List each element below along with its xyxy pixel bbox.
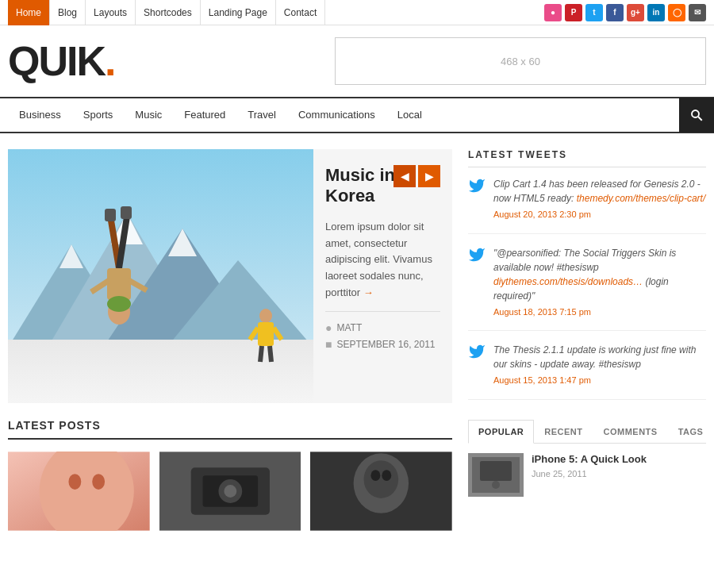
search-icon (689, 108, 704, 122)
nav-sports[interactable]: Sports (72, 98, 125, 133)
nav-shortcodes[interactable]: Shortcodes (136, 0, 201, 25)
main-navigation: Business Sports Music Featured Travel Co… (0, 98, 714, 133)
author-name: MATT (336, 322, 362, 333)
latest-tweets-title: LATEST TWEETS (468, 149, 706, 167)
svg-rect-14 (121, 206, 132, 219)
popular-item-1: iPhone 5: A Quick Look June 25, 2011 (468, 453, 706, 497)
tweet-1-content: Clip Cart 1.4 has been released for Gene… (493, 177, 706, 221)
post-thumb-2[interactable] (159, 452, 301, 533)
tab-tags[interactable]: TAGS (668, 420, 714, 444)
post-thumb-img-3 (310, 452, 452, 531)
content-area: ◀ ▶ Music in Korea Lorem ipsum dolor sit… (0, 133, 714, 549)
nav-landing-page[interactable]: Landing Page (201, 0, 276, 25)
svg-line-1 (698, 117, 702, 121)
tweet-2-date: August 18, 2013 7:15 pm (493, 306, 706, 319)
nav-layouts[interactable]: Layouts (86, 0, 136, 25)
prev-arrow[interactable]: ◀ (393, 165, 416, 187)
svg-point-20 (259, 309, 272, 323)
email-icon[interactable]: ✉ (689, 4, 706, 21)
svg-point-0 (692, 110, 699, 117)
tweet-1-date: August 20, 2013 2:30 pm (493, 208, 706, 221)
logo-dot: . (105, 37, 116, 85)
tweet-2-content: "@pearsonified: The Social Triggers Skin… (493, 246, 706, 319)
facebook-icon[interactable]: f (606, 4, 624, 21)
post-date: SEPTEMBER 16, 2011 (336, 339, 435, 350)
tweet-1: Clip Cart 1.4 has been released for Gene… (468, 177, 706, 234)
tweet-3-text: The Thesis 2.1.1 update is working just … (493, 344, 706, 387)
search-button[interactable] (679, 98, 714, 133)
nav-blog[interactable]: Blog (50, 0, 86, 25)
tabs-container: POPULAR RECENT COMMENTS TAGS (468, 420, 706, 506)
tweet-3-date: August 15, 2013 1:47 pm (493, 374, 706, 387)
dribbble-icon[interactable]: ● (544, 4, 562, 21)
featured-excerpt: Lorem ipsum dolor sit amet, consectetur … (325, 219, 440, 302)
tab-recent[interactable]: RECENT (534, 420, 593, 444)
featured-content: ◀ ▶ Music in Korea Lorem ipsum dolor sit… (313, 149, 452, 403)
linkedin-icon[interactable]: in (647, 4, 665, 21)
svg-point-29 (92, 474, 105, 490)
nav-arrows: ◀ ▶ (393, 165, 440, 187)
post-thumb-img-2 (159, 452, 301, 531)
tab-content: iPhone 5: A Quick Look June 25, 2011 (468, 444, 706, 506)
svg-point-39 (382, 470, 392, 481)
logo-text: QUIK (8, 37, 105, 85)
site-header: QUIK. 468 x 60 (0, 25, 714, 98)
tabs-header: POPULAR RECENT COMMENTS TAGS (468, 420, 706, 444)
rss-icon[interactable]: ◯ (668, 4, 685, 21)
author-meta: ● MATT (325, 321, 440, 334)
svg-rect-15 (107, 268, 131, 300)
tab-popular[interactable]: POPULAR (468, 420, 534, 444)
tweet-3: The Thesis 2.1.1 update is working just … (468, 343, 706, 400)
featured-image-svg (8, 149, 313, 403)
nav-business[interactable]: Business (8, 98, 72, 133)
twitter-bird-icon-3 (468, 343, 486, 387)
tweet-3-content: The Thesis 2.1.1 update is working just … (493, 343, 706, 387)
svg-rect-42 (480, 461, 512, 481)
tweet-2-link[interactable]: diythemes.com/thesis/downloads… (493, 276, 643, 287)
main-nav-links: Business Sports Music Featured Travel Co… (8, 98, 679, 133)
twitter-bird-icon-1 (468, 177, 486, 221)
next-arrow[interactable]: ▶ (418, 165, 440, 187)
tweet-1-link[interactable]: themedy.com/themes/clip-cart/ (577, 193, 706, 204)
svg-point-27 (40, 452, 134, 531)
tab-comments[interactable]: COMMENTS (593, 420, 668, 444)
gplus-icon[interactable]: g+ (627, 4, 644, 21)
svg-point-34 (224, 485, 236, 498)
svg-rect-21 (258, 322, 274, 346)
nav-local[interactable]: Local (386, 98, 433, 133)
read-more-link[interactable]: → (363, 286, 374, 298)
sidebar: LATEST TWEETS Clip Cart 1.4 has been rel… (468, 149, 706, 533)
nav-travel[interactable]: Travel (236, 98, 287, 133)
svg-point-28 (68, 474, 81, 490)
top-nav-links: Home Blog Layouts Shortcodes Landing Pag… (8, 0, 325, 25)
nav-communications[interactable]: Communications (287, 98, 386, 133)
post-thumb-3[interactable] (310, 452, 452, 533)
svg-line-25 (270, 346, 271, 362)
tweet-2: "@pearsonified: The Social Triggers Skin… (468, 246, 706, 332)
twitter-social-icon[interactable]: t (585, 4, 603, 21)
popular-thumb-1 (468, 453, 524, 497)
twitter-bird-icon-2 (468, 246, 486, 319)
main-content: ◀ ▶ Music in Korea Lorem ipsum dolor sit… (8, 149, 452, 533)
nav-featured[interactable]: Featured (173, 98, 236, 133)
social-icons: ● P t f g+ in ◯ ✉ (544, 4, 706, 21)
svg-point-17 (107, 296, 131, 312)
popular-thumb-svg (468, 453, 524, 497)
divider (325, 311, 440, 312)
popular-info-1: iPhone 5: A Quick Look June 25, 2011 (532, 453, 647, 479)
nav-music[interactable]: Music (124, 98, 173, 133)
post-thumb-img-1 (8, 452, 150, 531)
site-logo[interactable]: QUIK. (8, 37, 116, 85)
ad-banner: 468 x 60 (335, 37, 706, 85)
pinterest-icon[interactable]: P (565, 4, 582, 21)
nav-contact[interactable]: Contact (276, 0, 325, 25)
date-meta: ■ SEPTEMBER 16, 2011 (325, 338, 440, 351)
featured-post: ◀ ▶ Music in Korea Lorem ipsum dolor sit… (8, 149, 452, 403)
popular-post-date: June 25, 2011 (532, 469, 647, 478)
top-navigation: Home Blog Layouts Shortcodes Landing Pag… (0, 0, 714, 25)
latest-tweets-section: LATEST TWEETS Clip Cart 1.4 has been rel… (468, 149, 706, 400)
featured-image (8, 149, 313, 403)
nav-home[interactable]: Home (8, 0, 50, 25)
post-thumb-1[interactable] (8, 452, 150, 533)
popular-post-title[interactable]: iPhone 5: A Quick Look (532, 453, 647, 467)
